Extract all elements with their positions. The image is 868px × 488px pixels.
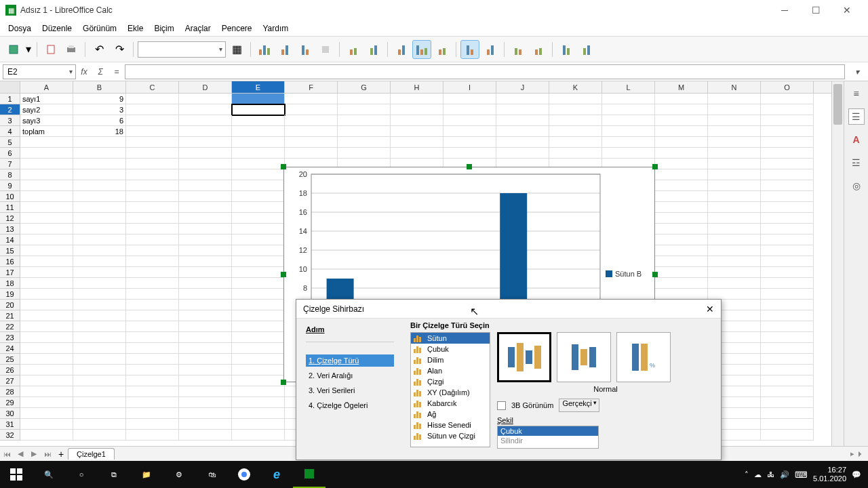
row-header-6[interactable]: 6 bbox=[0, 148, 20, 159]
settings-icon[interactable]: ⚙ bbox=[163, 461, 195, 488]
minimize-button[interactable]: ─ bbox=[769, 0, 800, 20]
shape-option-normal[interactable] bbox=[497, 332, 551, 382]
cell-F4[interactable] bbox=[285, 126, 338, 137]
cell-E20[interactable] bbox=[232, 300, 285, 310]
cell-E1[interactable] bbox=[232, 94, 285, 104]
cell-M2[interactable] bbox=[655, 104, 708, 115]
cell-D30[interactable] bbox=[179, 408, 232, 419]
tray-onedrive-icon[interactable]: ☁ bbox=[754, 470, 762, 479]
cell-O3[interactable] bbox=[761, 115, 814, 126]
cell-E32[interactable] bbox=[232, 430, 285, 441]
cell-M4[interactable] bbox=[655, 126, 708, 137]
cell-B12[interactable] bbox=[73, 213, 126, 224]
cell-D8[interactable] bbox=[179, 169, 232, 180]
row-header-20[interactable]: 20 bbox=[0, 300, 20, 310]
cell-D23[interactable] bbox=[179, 332, 232, 343]
cell-E5[interactable] bbox=[232, 137, 285, 148]
start-button[interactable] bbox=[0, 461, 33, 488]
cell-C2[interactable] bbox=[126, 104, 179, 115]
cell-E4[interactable] bbox=[232, 126, 285, 137]
sidebar-navigator-icon[interactable]: ☲ bbox=[848, 155, 865, 171]
row-header-15[interactable]: 15 bbox=[0, 245, 20, 256]
cell-D1[interactable] bbox=[179, 94, 232, 104]
chart-type11-icon[interactable] bbox=[481, 40, 500, 59]
cell-D20[interactable] bbox=[179, 300, 232, 310]
clock[interactable]: 16:27 5.01.2020 bbox=[813, 466, 846, 483]
row-header-18[interactable]: 18 bbox=[0, 278, 20, 289]
cell-D14[interactable] bbox=[179, 235, 232, 245]
cell-B10[interactable] bbox=[73, 191, 126, 202]
cell-J2[interactable] bbox=[496, 104, 549, 115]
cell-H6[interactable] bbox=[391, 148, 443, 159]
cell-D16[interactable] bbox=[179, 256, 232, 267]
chrome-icon[interactable] bbox=[228, 461, 260, 488]
cell-C25[interactable] bbox=[126, 354, 179, 365]
cell-O2[interactable] bbox=[761, 104, 814, 115]
dialog-close-button[interactable]: ✕ bbox=[706, 304, 714, 314]
cell-L3[interactable] bbox=[602, 115, 655, 126]
cell-A1[interactable]: sayı1 bbox=[20, 94, 73, 104]
cell-E11[interactable] bbox=[232, 202, 285, 213]
cell-D18[interactable] bbox=[179, 278, 232, 289]
cell-D31[interactable] bbox=[179, 419, 232, 430]
chart-type15-icon[interactable] bbox=[577, 40, 596, 59]
col-header-L[interactable]: L bbox=[602, 81, 655, 93]
cell-C19[interactable] bbox=[126, 289, 179, 300]
menu-help[interactable]: Yardım bbox=[257, 22, 294, 35]
cell-A27[interactable] bbox=[20, 375, 73, 386]
cell-A8[interactable] bbox=[20, 169, 73, 180]
cell-E31[interactable] bbox=[232, 419, 285, 430]
wizard-step-4[interactable]: 4. Çizelge Ögeleri bbox=[306, 399, 394, 411]
menu-edit[interactable]: Düzenle bbox=[37, 22, 77, 35]
vertical-scrollbar[interactable] bbox=[831, 81, 844, 461]
cell-F5[interactable] bbox=[285, 137, 338, 148]
cell-E18[interactable] bbox=[232, 278, 285, 289]
cell-C7[interactable] bbox=[126, 159, 179, 169]
cell-I1[interactable] bbox=[443, 94, 496, 104]
menu-format[interactable]: Biçim bbox=[149, 22, 179, 35]
cell-D19[interactable] bbox=[179, 289, 232, 300]
cell-A19[interactable] bbox=[20, 289, 73, 300]
cell-D17[interactable] bbox=[179, 267, 232, 278]
cell-O26[interactable] bbox=[761, 365, 814, 375]
cell-D32[interactable] bbox=[179, 430, 232, 441]
cell-A23[interactable] bbox=[20, 332, 73, 343]
sidebar-gallery-icon[interactable]: A bbox=[848, 131, 865, 148]
chart-type4-icon[interactable] bbox=[316, 40, 335, 59]
col-header-M[interactable]: M bbox=[655, 81, 708, 93]
col-header-I[interactable]: I bbox=[443, 81, 496, 93]
cell-O15[interactable] bbox=[761, 245, 814, 256]
row-header-3[interactable]: 3 bbox=[0, 115, 20, 126]
wizard-step-1[interactable]: 1. Çizelge Türü bbox=[306, 354, 394, 367]
cell-B28[interactable] bbox=[73, 386, 126, 397]
redo-icon[interactable]: ↷ bbox=[110, 40, 129, 59]
cell-D13[interactable] bbox=[179, 224, 232, 235]
cell-O8[interactable] bbox=[761, 169, 814, 180]
cell-A9[interactable] bbox=[20, 180, 73, 191]
row-header-21[interactable]: 21 bbox=[0, 310, 20, 321]
chart-type-ubuk[interactable]: Çubuk bbox=[411, 344, 490, 354]
print-icon[interactable] bbox=[62, 40, 81, 59]
cell-C13[interactable] bbox=[126, 224, 179, 235]
cell-C12[interactable] bbox=[126, 213, 179, 224]
cell-A3[interactable]: sayı3 bbox=[20, 115, 73, 126]
menu-window[interactable]: Pencere bbox=[216, 22, 258, 35]
sum-icon[interactable]: Σ bbox=[92, 64, 108, 79]
cell-I2[interactable] bbox=[443, 104, 496, 115]
tray-notifications-icon[interactable]: 💬 bbox=[852, 470, 861, 479]
cell-B19[interactable] bbox=[73, 289, 126, 300]
row-header-25[interactable]: 25 bbox=[0, 354, 20, 365]
cell-C3[interactable] bbox=[126, 115, 179, 126]
cell-D5[interactable] bbox=[179, 137, 232, 148]
cell-M3[interactable] bbox=[655, 115, 708, 126]
cell-N19[interactable] bbox=[708, 289, 761, 300]
cell-A7[interactable] bbox=[20, 159, 73, 169]
cell-B23[interactable] bbox=[73, 332, 126, 343]
chart-type2-icon[interactable] bbox=[275, 40, 294, 59]
cell-M9[interactable] bbox=[655, 180, 708, 191]
cell-C9[interactable] bbox=[126, 180, 179, 191]
chart-type-alan[interactable]: Alan bbox=[411, 365, 490, 376]
cell-A17[interactable] bbox=[20, 267, 73, 278]
tab-prev-icon[interactable]: ◀ bbox=[14, 449, 27, 458]
cell-A26[interactable] bbox=[20, 365, 73, 375]
